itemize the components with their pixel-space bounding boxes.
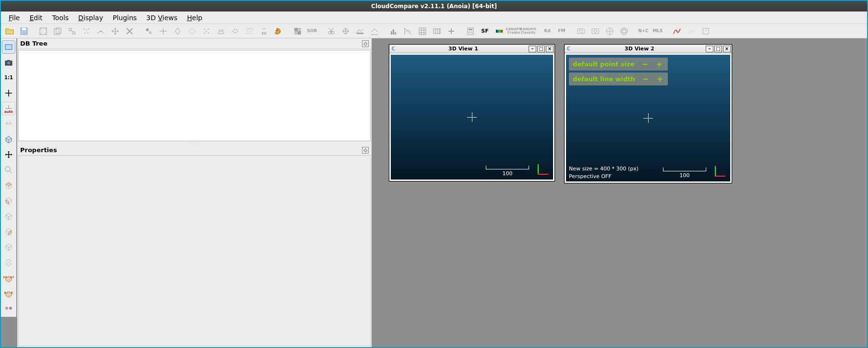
fm-button[interactable]: FM — [555, 25, 568, 37]
menu-plugins[interactable]: Plugins — [108, 13, 142, 23]
point-size-increase-button[interactable]: + — [655, 60, 663, 69]
menu-3d-views[interactable]: 3D Views — [142, 13, 182, 23]
svg-point-66 — [7, 61, 10, 64]
kd-button[interactable]: Kd — [541, 25, 554, 37]
save-button[interactable] — [17, 25, 31, 37]
delete-button[interactable] — [123, 25, 136, 37]
menu-tools[interactable]: Tools — [48, 13, 74, 23]
view1-minimize-button[interactable]: – — [529, 46, 536, 52]
clone-button[interactable] — [51, 25, 64, 37]
primitive-factory-button[interactable] — [229, 25, 242, 37]
menu-file[interactable]: File — [4, 13, 24, 23]
plugin-animation-button[interactable] — [272, 25, 285, 37]
menu-help[interactable]: Help — [182, 13, 207, 23]
rasterize-button[interactable] — [353, 25, 367, 37]
left-view-button[interactable] — [2, 209, 15, 223]
subsample-button[interactable] — [80, 25, 93, 37]
set-view-button[interactable] — [2, 40, 15, 54]
line-width-increase-button[interactable]: + — [656, 74, 664, 84]
point-size-decrease-button[interactable]: − — [641, 60, 649, 69]
sample-points-button[interactable] — [243, 25, 256, 37]
canupo-classify-button[interactable]: CANUPOClassify — [521, 25, 535, 37]
dbtree-float-button[interactable]: ◇ — [362, 40, 369, 47]
view1-viewport[interactable]: 100 — [391, 55, 553, 180]
menu-edit[interactable]: Edit — [24, 13, 47, 23]
canupo-train-button[interactable]: CANUPOCreate — [507, 25, 520, 37]
svg-point-6 — [86, 29, 87, 30]
auto-pick-center-button[interactable]: auto — [2, 102, 15, 115]
properties-body[interactable] — [18, 156, 371, 346]
mls-button[interactable]: MLS — [651, 25, 664, 37]
fit-plane-button[interactable] — [368, 25, 381, 37]
compute-stats-button[interactable] — [416, 25, 429, 37]
filter-noise-button[interactable] — [291, 25, 304, 37]
iso-view-2-button[interactable] — [2, 301, 15, 315]
svg-point-35 — [277, 30, 277, 31]
merge-button[interactable] — [65, 25, 79, 37]
view1-titlebar[interactable]: ℂ 3D View 1 – □ × — [389, 45, 555, 53]
surface-button[interactable] — [685, 25, 698, 37]
svg-rect-45 — [395, 32, 396, 35]
top-view-button[interactable] — [2, 179, 15, 192]
view1-maximize-button[interactable]: □ — [537, 46, 545, 52]
camera-button[interactable] — [2, 56, 15, 69]
svg-rect-49 — [469, 29, 472, 30]
menu-display[interactable]: Display — [73, 13, 108, 23]
histogram-button[interactable] — [387, 25, 400, 37]
bottom-view-button[interactable] — [2, 255, 15, 269]
align-button[interactable] — [171, 25, 184, 37]
cloud-mesh-dist-button[interactable] — [214, 25, 228, 37]
wireframe-globe-button[interactable] — [617, 25, 631, 37]
maximize-view-button[interactable] — [36, 25, 50, 37]
export-button[interactable] — [699, 25, 712, 37]
nc-button[interactable]: N+C — [637, 25, 650, 37]
iso-view-1-button[interactable] — [2, 132, 15, 146]
point-picking-button[interactable] — [157, 25, 170, 37]
color-scale-button[interactable] — [493, 25, 506, 37]
translate-rotate-button[interactable] — [108, 25, 122, 37]
right-view-button[interactable] — [2, 240, 15, 253]
svg-point-57 — [594, 30, 597, 33]
photo2-button[interactable] — [589, 25, 602, 37]
view2-maximize-button[interactable]: □ — [714, 46, 722, 52]
named-view-front-button[interactable]: FRONT — [2, 271, 15, 284]
cloud-cloud-dist-button[interactable] — [200, 25, 213, 37]
zoom-button[interactable] — [2, 163, 15, 177]
pick-center-button[interactable] — [2, 86, 15, 100]
svg-rect-37 — [294, 28, 298, 31]
label-connected-button[interactable]: ··cc — [257, 25, 271, 37]
tool-grid-button[interactable] — [430, 25, 444, 37]
zoom-1-1-button[interactable]: 1:1 — [2, 71, 15, 84]
view1-scale: 100 — [486, 166, 529, 177]
properties-float-button[interactable]: ◇ — [362, 147, 369, 154]
crop-button[interactable] — [325, 25, 338, 37]
line-width-decrease-button[interactable]: − — [642, 74, 650, 84]
view2-minimize-button[interactable]: – — [706, 46, 713, 52]
calculator-button[interactable] — [464, 25, 477, 37]
view2-titlebar[interactable]: ℂ 3D View 2 – □ × — [565, 45, 732, 53]
named-view-back-button[interactable]: BACK — [2, 286, 15, 300]
open-button[interactable] — [3, 25, 16, 37]
sf-arithmetic-button[interactable] — [401, 25, 415, 37]
segment-button[interactable] — [94, 25, 108, 37]
dbtree-body[interactable] — [18, 50, 371, 141]
svg-point-34 — [251, 33, 252, 34]
view1-close-button[interactable]: × — [546, 46, 554, 52]
photo1-button[interactable] — [574, 25, 588, 37]
level-button[interactable] — [2, 117, 15, 131]
view2-close-button[interactable]: × — [723, 46, 731, 52]
view2-viewport[interactable]: default point size − + default line widt… — [566, 55, 730, 181]
point-list-picking-button[interactable] — [142, 25, 156, 37]
add-button[interactable] — [445, 25, 458, 37]
register-button[interactable] — [185, 25, 199, 37]
svg-point-33 — [249, 33, 250, 34]
sf-editor-button[interactable]: SF — [478, 25, 492, 37]
sor-filter-button[interactable]: SOR — [305, 25, 319, 37]
back-view-button[interactable] — [2, 225, 15, 238]
globe-button[interactable] — [603, 25, 616, 37]
cross-section-button[interactable] — [339, 25, 352, 37]
front-view-button[interactable] — [2, 194, 15, 207]
move-button[interactable] — [2, 148, 15, 161]
trace-polyline-button[interactable] — [670, 25, 684, 37]
dock-splitter[interactable] — [17, 141, 372, 145]
